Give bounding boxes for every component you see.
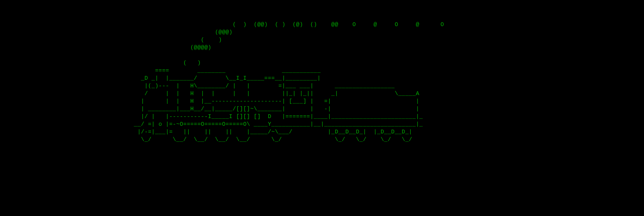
ascii-line-1: (@@@) (0, 29, 233, 36)
ascii-line-10: | | | H |__--------------------| [___] |… (0, 98, 419, 105)
ascii-line-11: | ________|___H__/__|_____/[][]~\_______… (0, 106, 419, 112)
ascii-line-15: \_/ \__/ \__/ \__/ \__/ \_/ \_/ \_/ \_/ … (0, 137, 412, 143)
terminal-window: ( ) (@@) ( ) (@) () @@ O @ O @ O (@@@) (… (0, 0, 644, 216)
ascii-line-9: / | | H | | | | ||_| |_|| _| \_____A (0, 91, 419, 97)
ascii-line-8: |(_)--- | H\________/ | | =|___ ___| ___… (0, 83, 395, 89)
ascii-line-13: __/ =| o |=-~O=====O=====O=====O\ ____Y_… (0, 121, 423, 128)
ascii-line-5: ( ) (0, 60, 201, 66)
ascii-line-14: |/-=|___|= || || || |_____/~\___/ |_D__D… (0, 129, 412, 135)
ascii-line-3: (@@@@) (0, 45, 211, 51)
ascii-line-7: _D _| |_______/ \__I_I_____===__|_______… (0, 75, 321, 82)
ascii-line-0: ( ) (@@) ( ) (@) () @@ O @ O @ O (0, 22, 444, 28)
sl-steam-locomotive: ( ) (@@) ( ) (@) () @@ O @ O @ O (@@@) (… (0, 21, 444, 144)
ascii-line-2: ( ) (0, 37, 222, 43)
ascii-line-6: ==== ________ ___________ (0, 68, 321, 74)
ascii-line-12: |/ | |-----------I_____I [][] [] D |====… (0, 114, 423, 120)
